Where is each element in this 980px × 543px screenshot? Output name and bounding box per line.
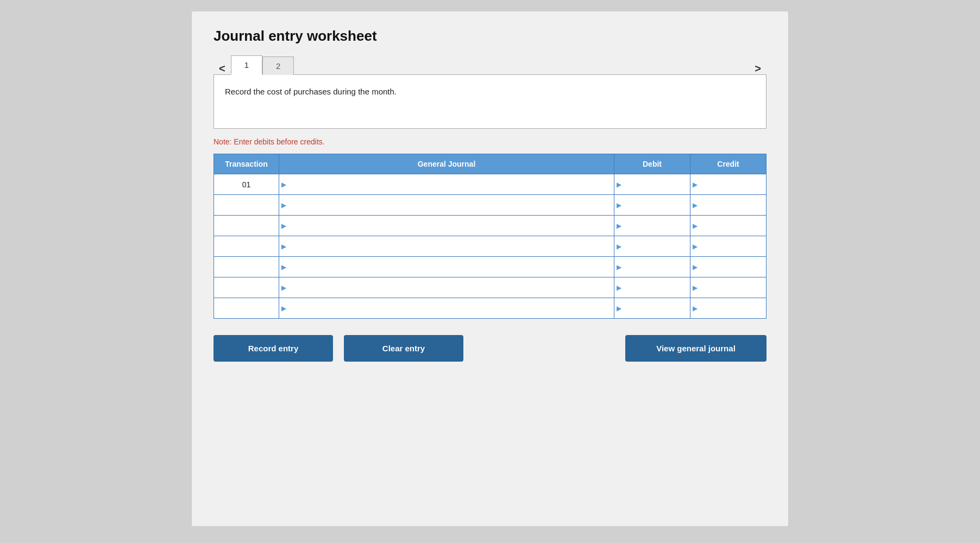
debit-cell-4[interactable]: ▶: [614, 257, 690, 277]
debit-input-6[interactable]: [614, 298, 690, 318]
table-row: ▶▶▶: [214, 236, 767, 257]
general-journal-cell-0[interactable]: ▶: [279, 174, 614, 195]
general-journal-input-2[interactable]: [279, 216, 614, 236]
general-journal-input-4[interactable]: [279, 257, 614, 277]
general-journal-input-3[interactable]: [279, 236, 614, 256]
transaction-cell-0: 01: [214, 174, 279, 195]
transaction-cell-4: [214, 257, 279, 277]
general-journal-input-5[interactable]: [279, 277, 614, 298]
table-row: ▶▶▶: [214, 277, 767, 298]
table-row: ▶▶▶: [214, 216, 767, 236]
credit-cell-5[interactable]: ▶: [690, 277, 767, 298]
journal-table: Transaction General Journal Debit Credit…: [213, 154, 767, 319]
debit-cell-5[interactable]: ▶: [614, 277, 690, 298]
tabs-nav: < 1 2 >: [213, 55, 767, 75]
table-row: 01▶▶▶: [214, 174, 767, 195]
transaction-cell-5: [214, 277, 279, 298]
debit-cell-6[interactable]: ▶: [614, 298, 690, 319]
debit-cell-1[interactable]: ▶: [614, 195, 690, 216]
debit-input-4[interactable]: [614, 257, 690, 277]
credit-cell-0[interactable]: ▶: [690, 174, 767, 195]
header-credit: Credit: [690, 154, 767, 174]
credit-input-5[interactable]: [690, 277, 766, 298]
general-journal-cell-5[interactable]: ▶: [279, 277, 614, 298]
instruction-text: Record the cost of purchases during the …: [225, 87, 397, 96]
credit-cell-4[interactable]: ▶: [690, 257, 767, 277]
debit-cell-2[interactable]: ▶: [614, 216, 690, 236]
transaction-cell-1: [214, 195, 279, 216]
debit-input-1[interactable]: [614, 195, 690, 215]
next-arrow[interactable]: >: [749, 62, 767, 75]
view-general-journal-button[interactable]: View general journal: [625, 335, 767, 362]
page-title: Journal entry worksheet: [213, 28, 767, 45]
table-row: ▶▶▶: [214, 257, 767, 277]
table-row: ▶▶▶: [214, 298, 767, 319]
debit-input-0[interactable]: [614, 174, 690, 194]
general-journal-input-0[interactable]: [279, 174, 614, 194]
transaction-cell-6: [214, 298, 279, 319]
general-journal-cell-3[interactable]: ▶: [279, 236, 614, 257]
credit-input-4[interactable]: [690, 257, 766, 277]
debit-input-3[interactable]: [614, 236, 690, 256]
general-journal-cell-6[interactable]: ▶: [279, 298, 614, 319]
debit-cell-3[interactable]: ▶: [614, 236, 690, 257]
debit-input-2[interactable]: [614, 216, 690, 236]
credit-cell-3[interactable]: ▶: [690, 236, 767, 257]
credit-input-0[interactable]: [690, 174, 766, 194]
worksheet-container: Journal entry worksheet < 1 2 > Record t…: [191, 11, 789, 527]
tab-1[interactable]: 1: [231, 55, 262, 75]
general-journal-input-1[interactable]: [279, 195, 614, 215]
credit-cell-1[interactable]: ▶: [690, 195, 767, 216]
transaction-cell-3: [214, 236, 279, 257]
debit-input-5[interactable]: [614, 277, 690, 298]
tab-2[interactable]: 2: [262, 56, 294, 75]
general-journal-cell-2[interactable]: ▶: [279, 216, 614, 236]
record-entry-button[interactable]: Record entry: [213, 335, 333, 362]
credit-cell-2[interactable]: ▶: [690, 216, 767, 236]
general-journal-cell-4[interactable]: ▶: [279, 257, 614, 277]
debit-cell-0[interactable]: ▶: [614, 174, 690, 195]
prev-arrow[interactable]: <: [213, 62, 231, 75]
credit-input-3[interactable]: [690, 236, 766, 256]
instruction-box: Record the cost of purchases during the …: [213, 74, 767, 129]
credit-input-6[interactable]: [690, 298, 766, 318]
note-text: Note: Enter debits before credits.: [213, 137, 767, 146]
credit-cell-6[interactable]: ▶: [690, 298, 767, 319]
credit-input-2[interactable]: [690, 216, 766, 236]
transaction-cell-2: [214, 216, 279, 236]
general-journal-cell-1[interactable]: ▶: [279, 195, 614, 216]
credit-input-1[interactable]: [690, 195, 766, 215]
table-row: ▶▶▶: [214, 195, 767, 216]
header-general-journal: General Journal: [279, 154, 614, 174]
header-debit: Debit: [614, 154, 690, 174]
clear-entry-button[interactable]: Clear entry: [344, 335, 463, 362]
header-transaction: Transaction: [214, 154, 279, 174]
buttons-row: Record entry Clear entry View general jo…: [213, 335, 767, 362]
general-journal-input-6[interactable]: [279, 298, 614, 318]
